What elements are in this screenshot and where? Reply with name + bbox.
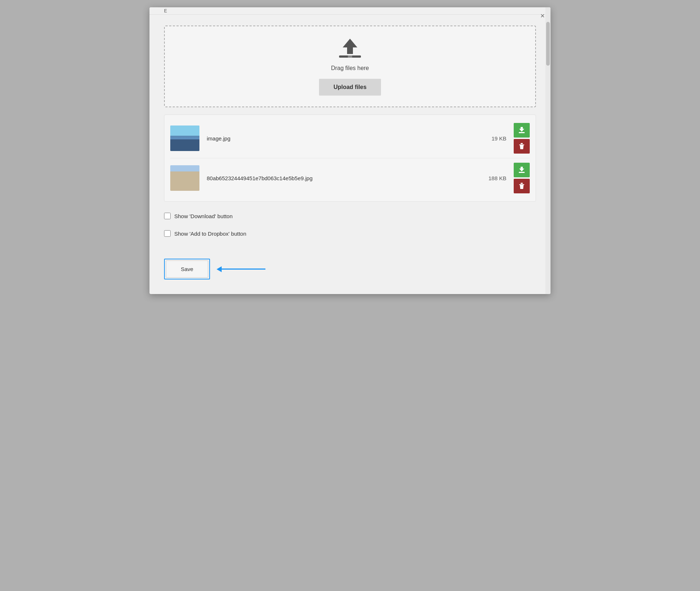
file-thumbnail-1 bbox=[170, 125, 199, 151]
download-button-1[interactable] bbox=[514, 123, 530, 138]
svg-rect-5 bbox=[519, 132, 525, 133]
save-area: Save bbox=[164, 259, 536, 279]
drag-label: Drag files here bbox=[331, 65, 369, 72]
file-name-2: 80ab652324449451e7bd063c14e5b5e9.jpg bbox=[207, 175, 481, 181]
modal-body: Drag files here Upload files image.jpg 1… bbox=[149, 15, 551, 294]
svg-rect-7 bbox=[521, 143, 523, 144]
options-section: Show 'Download' button Show 'Add to Drop… bbox=[164, 213, 536, 255]
arrow-head-icon bbox=[217, 266, 222, 272]
save-button[interactable]: Save bbox=[166, 260, 208, 278]
file-name-1: image.jpg bbox=[207, 135, 481, 142]
file-list: image.jpg 19 KB bbox=[164, 115, 536, 202]
svg-rect-6 bbox=[519, 144, 524, 145]
show-download-checkbox[interactable] bbox=[164, 213, 171, 219]
file-size-2: 188 KB bbox=[481, 175, 506, 181]
partial-top-left: E bbox=[164, 8, 167, 13]
modal-dialog: E × Drag files here Upload files bbox=[149, 7, 551, 294]
svg-rect-3 bbox=[348, 55, 352, 58]
delete-button-2[interactable] bbox=[514, 179, 530, 193]
show-dropbox-label[interactable]: Show 'Add to Dropbox' button bbox=[174, 231, 246, 237]
option-row-download: Show 'Download' button bbox=[164, 213, 536, 219]
svg-marker-4 bbox=[519, 127, 524, 132]
file-item: image.jpg 19 KB bbox=[170, 119, 530, 158]
save-arrow bbox=[217, 266, 265, 272]
svg-rect-10 bbox=[519, 184, 524, 185]
file-item-2: 80ab652324449451e7bd063c14e5b5e9.jpg 188… bbox=[170, 158, 530, 198]
option-row-dropbox: Show 'Add to Dropbox' button bbox=[164, 230, 536, 237]
file-size-1: 19 KB bbox=[481, 135, 506, 142]
delete-button-1[interactable] bbox=[514, 139, 530, 154]
svg-rect-0 bbox=[347, 47, 353, 54]
upload-files-button[interactable]: Upload files bbox=[319, 79, 381, 96]
svg-rect-9 bbox=[519, 172, 525, 173]
close-button[interactable]: × bbox=[540, 12, 545, 20]
show-dropbox-checkbox[interactable] bbox=[164, 230, 171, 237]
scrollbar-track[interactable] bbox=[545, 7, 551, 294]
file-actions-1 bbox=[514, 123, 530, 154]
svg-marker-8 bbox=[519, 167, 524, 171]
drop-zone[interactable]: Drag files here Upload files bbox=[164, 26, 536, 107]
svg-marker-1 bbox=[343, 39, 357, 47]
show-download-label[interactable]: Show 'Download' button bbox=[174, 213, 233, 219]
file-actions-2 bbox=[514, 163, 530, 193]
upload-icon bbox=[339, 37, 361, 62]
scrollbar-thumb[interactable] bbox=[546, 22, 550, 66]
arrow-line bbox=[222, 269, 265, 270]
download-button-2[interactable] bbox=[514, 163, 530, 177]
file-thumbnail-2 bbox=[170, 165, 199, 191]
save-button-wrapper: Save bbox=[164, 259, 210, 279]
partial-top-bar: E bbox=[149, 7, 551, 15]
svg-rect-11 bbox=[521, 183, 523, 184]
